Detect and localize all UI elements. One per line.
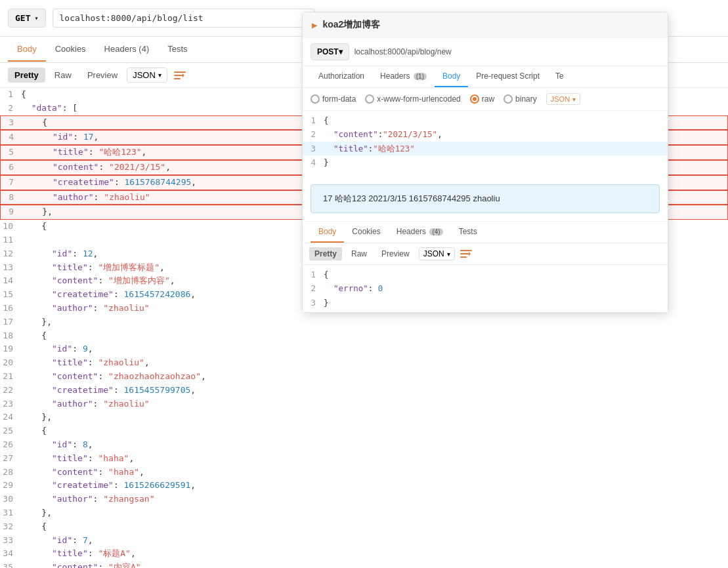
bottom-wrap-icon[interactable] — [459, 247, 473, 261]
svg-rect-0 — [174, 71, 186, 73]
overlay-tab-headers[interactable]: Headers (1) — [372, 66, 435, 87]
overlay-req-line-3: 3 "title":"哈哈123" — [303, 142, 668, 155]
code-line-26: 26 "id": 8, — [0, 438, 728, 452]
url-input[interactable] — [53, 9, 315, 28]
svg-rect-2 — [174, 78, 181, 79]
overlay-top-bar: POST ▾ localhost:8000/api/blog/new — [303, 38, 668, 66]
svg-rect-5 — [460, 256, 467, 258]
wrap-icon[interactable] — [173, 68, 187, 83]
result-line-2: 2 "errno": 0 — [303, 281, 668, 295]
overlay-result-code: 1 { 2 "errno": 0 3 } — [303, 265, 668, 312]
code-line-27: 27 "title": "haha", — [0, 452, 728, 466]
format-pretty[interactable]: Pretty — [8, 68, 45, 83]
code-line-20: 20 "title": "zhaoliu", — [0, 356, 728, 370]
bottom-tab-body[interactable]: Body — [310, 222, 344, 243]
code-line-34: 34 "title": "标题A", — [0, 547, 728, 561]
code-line-31: 31 }, — [0, 506, 728, 520]
json-type-select[interactable]: JSON ▾ — [546, 93, 580, 105]
tab-headers[interactable]: Headers (4) — [95, 37, 159, 62]
radio-circle-raw — [470, 94, 479, 104]
overlay-panel: ▶ koa2增加博客 POST ▾ localhost:8000/api/blo… — [302, 12, 668, 313]
code-line-30: 30 "author": "zhangsan" — [0, 493, 728, 506]
overlay-bottom-tabs: Body Cookies Headers (4) Tests — [303, 222, 668, 243]
overlay-url: localhost:8000/api/blog/new — [354, 47, 452, 56]
overlay-tab-te[interactable]: Te — [547, 66, 572, 87]
overlay-req-line-1: 1 { — [303, 113, 668, 127]
bottom-format-pretty[interactable]: Pretty — [309, 247, 342, 260]
code-line-35: 35 "content": "内容A", — [0, 561, 728, 568]
bottom-format-preview[interactable]: Preview — [376, 247, 415, 260]
radio-form-data[interactable]: form-data — [310, 94, 356, 104]
overlay-req-line-2: 2 "content":"2021/3/15", — [303, 127, 668, 141]
tab-body[interactable]: Body — [8, 37, 46, 62]
overlay-tab-prerequest[interactable]: Pre-request Script — [468, 66, 547, 87]
main-panel: GET ▾ Body Cookies Headers (4) Tests Pre… — [0, 0, 728, 568]
method-chevron-icon: ▾ — [34, 14, 38, 22]
tab-cookies[interactable]: Cookies — [46, 37, 95, 62]
overlay-header: ▶ koa2增加博客 — [303, 12, 668, 38]
radio-urlencoded[interactable]: x-www-form-urlencoded — [365, 94, 460, 104]
bottom-format-chevron-icon: ▾ — [447, 251, 450, 258]
radio-raw[interactable]: raw — [470, 94, 494, 104]
svg-rect-4 — [460, 253, 469, 254]
overlay-bottom: Body Cookies Headers (4) Tests Pretty Ra… — [303, 221, 668, 312]
json-type-label: JSON — [551, 95, 570, 103]
overlay-tab-body[interactable]: Body — [435, 66, 468, 87]
arrow-icon: ▶ — [312, 20, 317, 30]
format-raw[interactable]: Raw — [48, 68, 78, 83]
tab-tests[interactable]: Tests — [158, 37, 196, 62]
bottom-tab-headers[interactable]: Headers (4) — [389, 222, 451, 243]
code-line-19: 19 "id": 9, — [0, 342, 728, 356]
code-line-28: 28 "content": "haha", — [0, 466, 728, 479]
code-line-21: 21 "content": "zhaozhaohzaohzao", — [0, 370, 728, 384]
radio-circle-urlencoded — [365, 94, 374, 104]
json-chevron-icon: ▾ — [572, 96, 576, 103]
code-line-17: 17 }, — [0, 315, 728, 329]
bottom-format-select[interactable]: JSON ▾ — [419, 247, 455, 260]
tooltip-text: 17 哈哈123 2021/3/15 1615768744295 zhaoliu — [323, 193, 500, 203]
bottom-tab-cookies[interactable]: Cookies — [344, 222, 388, 243]
bottom-format-raw[interactable]: Raw — [346, 247, 372, 260]
overlay-method-chevron-icon: ▾ — [339, 47, 343, 56]
body-type-row: form-data x-www-form-urlencoded raw bina… — [303, 88, 668, 111]
overlay-tab-authorization[interactable]: Authorization — [310, 66, 372, 87]
tooltip-bar: 17 哈哈123 2021/3/15 1615768744295 zhaoliu — [310, 184, 660, 213]
overlay-title: koa2增加博客 — [322, 19, 380, 31]
code-line-22: 22 "createtime": 1615455799705, — [0, 384, 728, 397]
format-type-select[interactable]: JSON ▾ — [127, 68, 167, 83]
result-line-1: 1 { — [303, 268, 668, 281]
code-line-32: 32 { — [0, 520, 728, 534]
code-line-23: 23 "author": "zhaoliu" — [0, 397, 728, 411]
overlay-request-code: 1 { 2 "content":"2021/3/15", 3 "title":"… — [303, 111, 668, 176]
format-type-label: JSON — [133, 70, 156, 80]
svg-rect-1 — [174, 75, 183, 76]
code-line-25: 25 { — [0, 424, 728, 438]
radio-binary[interactable]: binary — [503, 94, 537, 104]
radio-circle-form-data — [310, 94, 320, 104]
bottom-tab-tests[interactable]: Tests — [451, 222, 485, 243]
method-label: GET — [15, 13, 30, 23]
code-line-24: 24 }, — [0, 411, 728, 424]
overlay-req-line-4: 4 } — [303, 155, 668, 169]
code-line-29: 29 "createtime": 1615266629591, — [0, 479, 728, 493]
svg-rect-3 — [460, 250, 472, 251]
format-chevron-icon: ▾ — [158, 71, 161, 79]
bottom-format-label: JSON — [423, 249, 444, 258]
code-line-33: 33 "id": 7, — [0, 534, 728, 548]
overlay-method-select[interactable]: POST ▾ — [310, 43, 349, 60]
overlay-bottom-format: Pretty Raw Preview JSON ▾ — [303, 243, 668, 265]
result-line-3: 3 } — [303, 296, 668, 310]
method-select[interactable]: GET ▾ — [8, 9, 46, 28]
overlay-tabs-row: Authorization Headers (1) Body Pre-reque… — [303, 66, 668, 88]
radio-circle-binary — [503, 94, 513, 104]
format-preview[interactable]: Preview — [81, 68, 124, 83]
overlay-method-label: POST — [317, 47, 339, 56]
code-line-18: 18 { — [0, 329, 728, 343]
